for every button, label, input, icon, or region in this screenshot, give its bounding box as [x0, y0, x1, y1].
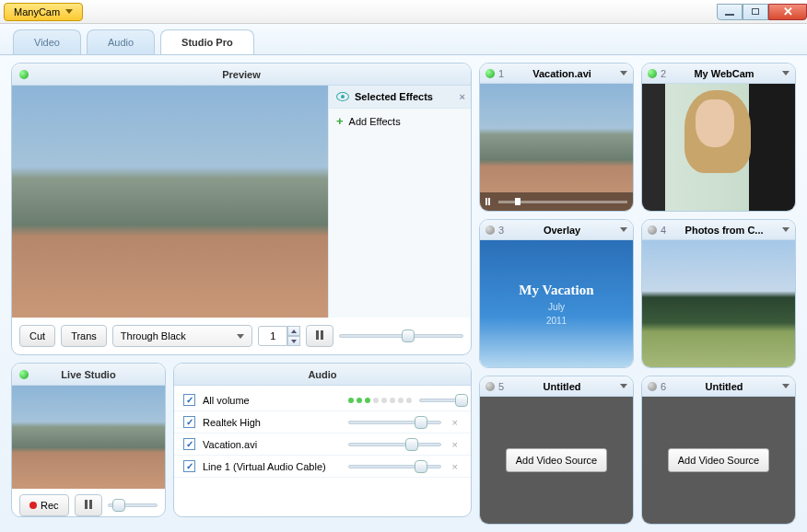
tab-audio[interactable]: Audio	[87, 29, 155, 54]
step-up-button[interactable]	[287, 326, 300, 336]
live-studio-video[interactable]	[12, 386, 165, 489]
source-slot-1: 1 Vacation.avi	[479, 63, 634, 212]
source-empty: Add Video Source	[480, 397, 633, 524]
pause-icon	[85, 500, 92, 509]
overlay-line2: July	[548, 302, 565, 312]
audio-list: All volume Realtek High × Vacation.avi	[174, 386, 471, 481]
audio-panel: Audio All volume Realtek High ×	[173, 363, 472, 517]
source-webcam[interactable]	[642, 84, 795, 211]
source-header[interactable]: 4 Photos from C...	[642, 220, 795, 240]
preview-header: Preview	[12, 64, 471, 86]
source-number: 2	[661, 68, 666, 79]
checkbox[interactable]	[183, 416, 195, 428]
audio-row: Realtek High ×	[174, 411, 471, 434]
record-button[interactable]: Rec	[19, 494, 69, 516]
source-number: 6	[661, 381, 666, 392]
step-down-button[interactable]	[287, 336, 300, 346]
effects-title: Selected Effects	[355, 91, 433, 102]
checkbox[interactable]	[183, 460, 195, 472]
volume-slider[interactable]	[348, 418, 441, 427]
cut-button[interactable]: Cut	[19, 325, 55, 347]
titlebar: ManyCam ✕	[0, 0, 807, 24]
source-title: Untitled	[670, 381, 778, 392]
checkbox[interactable]	[183, 438, 195, 450]
record-icon	[29, 502, 37, 509]
tab-studio-pro[interactable]: Studio Pro	[160, 29, 254, 54]
source-title: My WebCam	[670, 68, 778, 79]
source-title: Untitled	[508, 381, 616, 392]
source-title: Overlay	[508, 225, 616, 236]
source-photo[interactable]	[642, 240, 795, 367]
preview-slider[interactable]	[339, 331, 463, 341]
active-indicator-icon	[19, 370, 29, 379]
app-name: ManyCam	[14, 6, 60, 17]
source-slot-6: 6 Untitled Add Video Source	[641, 376, 796, 525]
pause-button[interactable]	[75, 494, 102, 516]
source-number: 1	[498, 68, 504, 79]
chevron-down-icon	[782, 384, 789, 388]
remove-button[interactable]: ×	[449, 461, 462, 472]
source-slot-3: 3 Overlay My Vacation July 2011	[479, 219, 634, 368]
volume-slider[interactable]	[348, 440, 441, 449]
video-controls	[480, 192, 633, 211]
source-header[interactable]: 2 My WebCam	[642, 64, 795, 84]
source-header[interactable]: 3 Overlay	[480, 220, 633, 240]
volume-slider[interactable]	[348, 462, 441, 471]
source-slot-4: 4 Photos from C...	[641, 219, 796, 368]
source-header[interactable]: 6 Untitled	[642, 376, 795, 397]
overlay-line1: My Vacation	[519, 283, 593, 298]
trans-button[interactable]: Trans	[61, 325, 107, 347]
live-studio-slider[interactable]	[108, 501, 158, 510]
pause-icon[interactable]	[485, 198, 493, 205]
transition-select[interactable]: Through Black	[112, 325, 253, 347]
source-overlay[interactable]: My Vacation July 2011	[480, 240, 633, 367]
main-tabs: Video Audio Studio Pro	[0, 24, 807, 55]
minimize-button[interactable]	[717, 4, 743, 20]
inactive-indicator-icon	[485, 226, 495, 235]
close-effects-button[interactable]: ×	[460, 91, 465, 102]
transition-value: Through Black	[121, 330, 186, 341]
add-effects-label: Add Effects	[349, 116, 401, 127]
audio-row-all: All volume	[174, 389, 471, 411]
duration-input[interactable]	[258, 326, 287, 346]
chevron-down-icon	[782, 71, 789, 75]
source-slot-2: 2 My WebCam	[641, 63, 796, 212]
preview-title: Preview	[222, 69, 261, 80]
live-studio-header: Live Studio	[12, 364, 165, 386]
chevron-down-icon	[620, 227, 627, 232]
audio-label: Vacation.avi	[203, 439, 341, 450]
sources-grid: 1 Vacation.avi 2 My WebCam	[479, 63, 796, 525]
source-video[interactable]	[480, 84, 633, 211]
remove-button[interactable]: ×	[449, 439, 462, 450]
window-controls: ✕	[717, 4, 807, 20]
video-scrubber[interactable]	[498, 201, 627, 203]
add-video-source-button[interactable]: Add Video Source	[668, 448, 769, 472]
tab-video[interactable]: Video	[13, 29, 81, 54]
active-indicator-icon	[19, 70, 29, 79]
add-effects-button[interactable]: + Add Effects	[329, 109, 471, 133]
chevron-down-icon	[237, 334, 244, 339]
volume-slider[interactable]	[419, 396, 462, 405]
audio-row: Vacation.avi ×	[174, 434, 471, 456]
source-header[interactable]: 1 Vacation.avi	[480, 64, 633, 84]
pause-icon	[316, 330, 323, 340]
add-video-source-button[interactable]: Add Video Source	[506, 448, 607, 472]
preview-video[interactable]	[12, 86, 328, 318]
source-header[interactable]: 5 Untitled	[480, 376, 633, 397]
live-studio-controls: Rec	[12, 489, 165, 517]
audio-title: Audio	[308, 369, 336, 380]
chevron-down-icon	[620, 71, 627, 75]
chevron-down-icon	[782, 227, 789, 232]
pause-button[interactable]	[306, 325, 333, 347]
preview-panel: Preview Selected Effects × + Add Effects	[11, 63, 472, 355]
duration-stepper[interactable]	[258, 326, 300, 346]
source-title: Photos from C...	[670, 225, 778, 236]
close-button[interactable]: ✕	[768, 4, 807, 20]
maximize-button[interactable]	[743, 4, 768, 20]
source-title: Vacation.avi	[508, 68, 616, 79]
checkbox[interactable]	[183, 394, 195, 406]
chevron-down-icon	[620, 384, 627, 388]
record-label: Rec	[41, 500, 59, 511]
remove-button[interactable]: ×	[449, 417, 462, 428]
app-menu-button[interactable]: ManyCam	[4, 3, 83, 21]
